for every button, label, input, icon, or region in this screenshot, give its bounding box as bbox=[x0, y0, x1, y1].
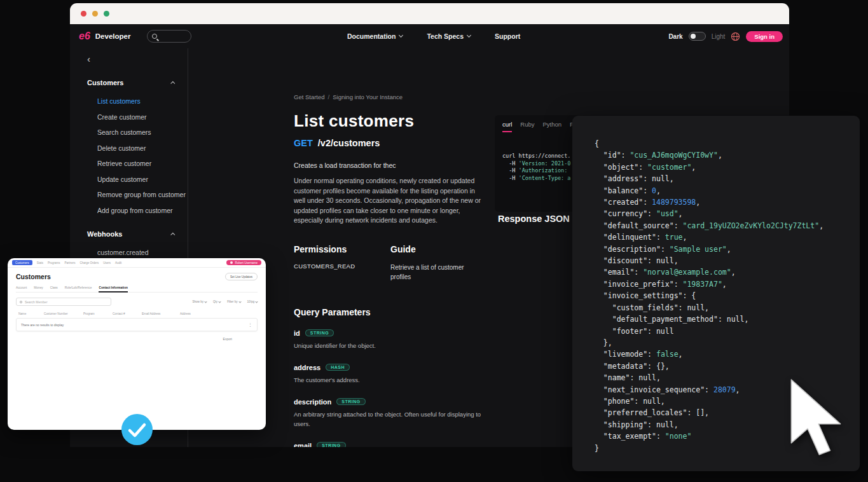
sidebar-sections: CustomersList customersCreate customerSe… bbox=[70, 48, 188, 261]
preview-filter-filter-by[interactable]: Filter by bbox=[227, 300, 240, 303]
empty-results-message: There are no results to display bbox=[21, 323, 64, 327]
sidebar-item-search-customers[interactable]: Search customers bbox=[70, 125, 188, 141]
preview-tabs: AccountMoneyClassRole/Lob/ReferenceConta… bbox=[16, 286, 258, 293]
json-line: "custom_fields": null, bbox=[595, 302, 860, 313]
sidebar-section-header[interactable]: Customers bbox=[70, 78, 188, 88]
preview-search-placeholder: Search Member bbox=[25, 300, 48, 304]
preview-table-headers: NameCustomer NumberProgramContact #Email… bbox=[16, 312, 258, 315]
check-icon bbox=[121, 414, 153, 445]
sidebar-item-list-customers[interactable]: List customers bbox=[70, 93, 188, 109]
theme-toggle[interactable] bbox=[689, 32, 706, 41]
param-name-row: addressHASH bbox=[294, 364, 486, 371]
permissions-col: Permissions CUSTOMERS_READ bbox=[294, 244, 390, 282]
preview-col-email-address: Email Address bbox=[142, 312, 180, 315]
code-tab-ruby[interactable]: Ruby bbox=[520, 121, 534, 132]
breadcrumb-separator: / bbox=[328, 93, 330, 100]
param-name-row: descriptionSTRING bbox=[294, 398, 486, 406]
preview-nav-programs[interactable]: Programs bbox=[48, 261, 60, 265]
query-params-list: idSTRINGUnique identifier for the object… bbox=[294, 329, 486, 448]
window-minimize-button[interactable] bbox=[92, 11, 98, 17]
preview-nav-charge-orders[interactable]: Charge Orders bbox=[80, 261, 99, 265]
kebab-menu-icon[interactable]: ⋮ bbox=[248, 322, 252, 327]
json-line: "id": "cus_AJ6mqoWgCYI0wY", bbox=[595, 149, 860, 161]
sidebar-item-add-group-from-customer[interactable]: Add group from customer bbox=[70, 203, 188, 219]
preview-top-nav: CustomersStatsProgramsPartnersCharge Ord… bbox=[8, 258, 266, 268]
permissions-heading: Permissions bbox=[294, 244, 390, 254]
sidebar-collapse-icon[interactable]: ‹ bbox=[87, 53, 90, 64]
globe-icon[interactable] bbox=[731, 32, 740, 41]
json-line: "footer": null bbox=[595, 326, 860, 337]
preview-nav-users[interactable]: Users bbox=[103, 261, 111, 265]
preview-tab-contact-information[interactable]: Contact Information bbox=[99, 286, 128, 289]
sidebar-item-create-customer[interactable]: Create customer bbox=[70, 109, 188, 125]
chevron-up-icon bbox=[170, 232, 175, 237]
check-badge bbox=[121, 414, 153, 445]
json-line: "invoice_prefix": "19837A7", bbox=[595, 279, 860, 290]
breadcrumb-item[interactable]: Get Started bbox=[294, 93, 325, 100]
nav-search-input[interactable] bbox=[147, 30, 191, 43]
top-nav: e6 Developer DocumentationTech SpecsSupp… bbox=[70, 24, 789, 48]
code-tab-curl[interactable]: curl bbox=[502, 121, 512, 132]
json-line: "discount": null, bbox=[595, 255, 860, 266]
breadcrumb-item[interactable]: Signing into Your Instance bbox=[333, 93, 403, 100]
window-zoom-button[interactable] bbox=[104, 11, 109, 17]
param-name-row: emailSTRING bbox=[294, 442, 486, 448]
json-line: "balance": 0, bbox=[595, 185, 860, 196]
preview-nav-customers[interactable]: Customers bbox=[12, 260, 32, 265]
chevron-down-icon bbox=[238, 300, 241, 303]
preview-col-program: Program bbox=[83, 312, 113, 315]
preview-nav-tabs: CustomersStatsProgramsPartnersCharge Ord… bbox=[12, 260, 121, 265]
avatar bbox=[230, 261, 233, 264]
preview-tab-class[interactable]: Class bbox=[50, 286, 58, 289]
theme-light-label: Light bbox=[712, 33, 726, 40]
preview-filter-10-pg[interactable]: 10/pg bbox=[247, 300, 258, 303]
preview-tab-role-lob-reference[interactable]: Role/Lob/Reference bbox=[65, 286, 92, 289]
logo-text: Developer bbox=[95, 32, 131, 40]
preview-filter-qty[interactable]: Qty bbox=[213, 300, 221, 303]
nav-item-label: Tech Specs bbox=[427, 32, 464, 40]
preview-nav-stats[interactable]: Stats bbox=[37, 261, 43, 265]
preview-window: CustomersStatsProgramsPartnersCharge Ord… bbox=[8, 258, 266, 430]
logo-mark: e6 bbox=[79, 31, 90, 42]
window-close-button[interactable] bbox=[81, 11, 86, 17]
param-name: description bbox=[294, 398, 331, 406]
preview-nav-partners[interactable]: Partners bbox=[65, 261, 76, 265]
query-params-heading: Query Parameters bbox=[294, 307, 486, 317]
sidebar-section-title: Webhooks bbox=[87, 230, 122, 238]
chevron-down-icon bbox=[219, 300, 221, 303]
nav-item-documentation[interactable]: Documentation bbox=[347, 32, 403, 40]
chevron-down-icon bbox=[255, 300, 258, 303]
sidebar-item-remove-group-from-customer[interactable]: Remove group from customer bbox=[70, 187, 188, 203]
preview-tab-account[interactable]: Account bbox=[16, 286, 27, 289]
code-tab-python[interactable]: Python bbox=[543, 121, 562, 132]
chevron-down-icon bbox=[399, 33, 403, 38]
preview-filter-show-by[interactable]: Show by bbox=[192, 300, 207, 303]
endpoint-path: /v2/customers bbox=[318, 138, 380, 148]
nav-item-label: Documentation bbox=[347, 32, 396, 40]
sidebar-section-title: Customers bbox=[87, 79, 123, 86]
preview-page-title: Customers bbox=[16, 273, 51, 280]
preview-user-pill[interactable]: Robert Username bbox=[226, 260, 261, 265]
logo[interactable]: e6 Developer bbox=[79, 31, 130, 42]
json-line: "description": "Sample user", bbox=[595, 244, 860, 255]
chevron-up-icon bbox=[170, 81, 175, 85]
json-line: "default_source": "card_19yUZO2eZvKYlo2C… bbox=[595, 220, 860, 231]
breadcrumb: Get Started/Signing into Your Instance bbox=[294, 93, 486, 100]
preview-nav-audit[interactable]: Audit bbox=[115, 261, 121, 265]
theme-dark-label: Dark bbox=[668, 33, 682, 40]
preview-export[interactable]: Export bbox=[16, 337, 258, 341]
preview-empty-row: There are no results to display ⋮ bbox=[16, 318, 258, 331]
preview-tab-money[interactable]: Money bbox=[34, 286, 43, 289]
nav-item-support[interactable]: Support bbox=[495, 32, 520, 40]
param-description: An arbitrary string attached to the obje… bbox=[294, 410, 486, 429]
filter-label: 10/pg bbox=[247, 300, 255, 303]
sidebar-item-retrieve-customer[interactable]: Retrieve customer bbox=[70, 156, 188, 172]
nav-item-tech-specs[interactable]: Tech Specs bbox=[427, 32, 471, 40]
sidebar-section-header[interactable]: Webhooks bbox=[70, 229, 188, 239]
sign-in-button[interactable]: Sign in bbox=[746, 31, 783, 42]
sidebar-item-delete-customer[interactable]: Delete customer bbox=[70, 141, 188, 156]
http-method: GET bbox=[294, 138, 313, 148]
preview-search-input[interactable]: Search Member bbox=[16, 298, 111, 306]
sidebar-item-update-customer[interactable]: Update customer bbox=[70, 172, 188, 188]
set-live-updates-button[interactable]: Set Live Updates bbox=[225, 273, 258, 280]
